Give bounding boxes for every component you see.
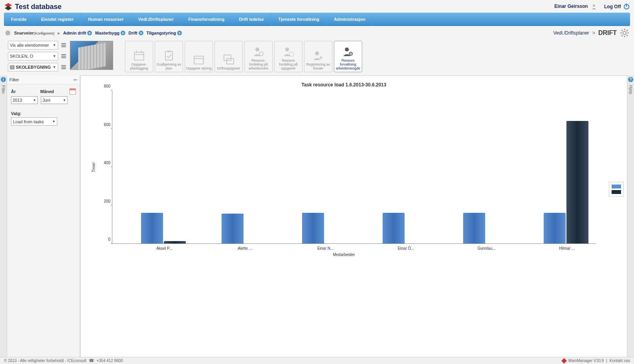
person-gear-icon: [253, 46, 264, 57]
chart-legend: [609, 182, 624, 197]
logoff-button[interactable]: Log Off: [604, 4, 629, 10]
svg-line-8: [6, 31, 7, 32]
footer-copyright: © 2013 - Alle rettigheter forbeholdt - I…: [4, 359, 86, 363]
svg-line-20: [627, 30, 628, 31]
chart-plot: Timer 0200400600800Aksel P...Alette ...E…: [112, 91, 596, 244]
svg-rect-32: [194, 56, 203, 64]
filter-sidebar-tab[interactable]: i Filter: [0, 75, 7, 357]
phone-icon: ☎: [89, 358, 94, 363]
ribbon-ressurs-oppgaver[interactable]: Ressurs fordeling på oppgaver: [274, 41, 302, 72]
svg-line-11: [9, 31, 10, 32]
svg-point-43: [345, 48, 349, 51]
app-title: Test database: [15, 3, 62, 11]
svg-rect-26: [134, 52, 144, 60]
nav-drift[interactable]: Drift ledelse: [232, 13, 271, 26]
ribbon-ressurs-arbeidsordre[interactable]: Ressurs-fordeling på arbeidsordre: [244, 41, 273, 72]
breadcrumb-current: DRIFT: [598, 29, 617, 37]
bar-series1: [463, 213, 485, 243]
user-icon: [591, 4, 597, 10]
shortcut-admin-drift[interactable]: Admin drift▾: [63, 31, 92, 35]
chevron-down-icon: ▾: [139, 31, 143, 35]
ribbon-fravær[interactable]: Registrering av fravær: [304, 41, 332, 72]
ribbon-driftsoppgaver[interactable]: Driftsoppgaver: [214, 41, 243, 72]
nav-vedl[interactable]: Vedl./Driftsplaner: [131, 13, 181, 26]
nav-tjeneste[interactable]: Tjeneste forvaltning: [271, 13, 327, 26]
x-category-label: Einar N...: [298, 246, 353, 251]
footer-logo-icon: [561, 358, 567, 363]
svg-point-37: [259, 52, 263, 56]
svg-point-45: [350, 53, 352, 55]
y-tick-label: 400: [97, 161, 110, 165]
year-select[interactable]: 2013▼: [11, 96, 38, 104]
y-tick-label: 800: [97, 84, 110, 88]
bar-series1: [544, 213, 566, 243]
legend-series1: [612, 185, 621, 188]
chevron-down-icon: ▾: [121, 31, 125, 35]
bar-group: Gunnlau...: [463, 213, 510, 243]
month-select[interactable]: Juni▼: [41, 96, 68, 104]
svg-rect-34: [224, 55, 231, 60]
svg-rect-35: [227, 59, 234, 64]
bar-series1: [222, 214, 244, 243]
shortcut-drift[interactable]: Drift▾: [128, 31, 143, 35]
shortcuts-label: Snarveier: [14, 31, 34, 35]
nav-hr[interactable]: Human ressurser: [81, 13, 131, 26]
user-name[interactable]: Einar Geirsson: [554, 4, 597, 10]
x-category-label: Aksel P...: [137, 246, 192, 251]
ribbon-oppgave-planlegging[interactable]: Oppgave-planlegging: [125, 41, 153, 72]
valg-select[interactable]: Load from tasks▼: [11, 117, 57, 126]
nav-forside[interactable]: Forside: [4, 13, 34, 26]
ribbon-ressurs-arbeidsmengde[interactable]: Ressurs forvaltning arbeidsmengde: [334, 41, 362, 72]
y-tick-label: 0: [97, 237, 110, 241]
school-menu-icon[interactable]: [61, 54, 66, 58]
ribbon-godkjenning[interactable]: Godkjenning av plan: [155, 41, 183, 72]
svg-rect-21: [10, 66, 14, 69]
chevron-down-icon: ▾: [87, 31, 92, 35]
y-axis-label: Timer: [92, 162, 96, 172]
svg-point-40: [315, 51, 319, 55]
chart-container: Task resource load 1.6.2013-30.6.2013 Ti…: [80, 75, 627, 357]
svg-rect-31: [167, 51, 170, 52]
x-category-label: Gunnlau...: [459, 246, 514, 251]
filter-panel: Filter ⇐ År Måned 2013▼ Juni▼ Valg: Load: [7, 75, 80, 357]
ribbon-oppgave-styring[interactable]: Oppgave styring: [185, 41, 213, 72]
svg-marker-1: [5, 6, 12, 10]
bar-series2: [164, 241, 186, 243]
x-category-label: Einar Ó...: [379, 246, 434, 251]
year-label: År: [11, 89, 37, 94]
ribbon-toolbar: Oppgave-planlegging Godkjenning av plan …: [125, 41, 362, 72]
nav-eiendel[interactable]: Eiendel register: [34, 13, 81, 26]
bar-series1: [383, 213, 405, 243]
svg-point-36: [255, 48, 259, 51]
breadcrumb-parent[interactable]: Vedl./Driftsplaner: [553, 30, 589, 36]
footer-sep: |: [606, 359, 607, 363]
footer-contact[interactable]: Kontakt oss: [610, 359, 630, 363]
nav-admin[interactable]: Administrasjon: [327, 13, 373, 26]
building-select[interactable]: SKOLEBYGNING▼: [8, 63, 58, 71]
settings-gear-icon[interactable]: [620, 28, 629, 38]
svg-rect-30: [165, 51, 172, 60]
x-category-label: Hilmar ...: [540, 246, 595, 251]
logo-icon: [4, 2, 13, 11]
x-axis-label: Medarbeider: [84, 252, 603, 257]
property-select[interactable]: Vis alle eiendommer▼: [8, 41, 58, 49]
svg-line-9: [9, 34, 10, 35]
nav-finans[interactable]: Finansforvaltning: [181, 13, 232, 26]
configure-link[interactable]: (Konfigurere): [34, 31, 55, 35]
bar-group: Aksel P...: [141, 213, 188, 243]
school-select[interactable]: SKOLEN, O▼: [8, 52, 58, 60]
property-menu-icon[interactable]: [61, 43, 66, 47]
gear-icon[interactable]: [5, 30, 11, 36]
calendar-picker-icon[interactable]: [70, 88, 76, 95]
clipboard-check-icon: [163, 50, 175, 61]
collapse-filter-icon[interactable]: ⇐: [73, 77, 77, 82]
footer-phone: +354 412 8600: [97, 359, 123, 363]
building-menu-icon[interactable]: [61, 65, 66, 69]
svg-point-12: [623, 31, 626, 35]
person-load-icon: [342, 46, 354, 57]
help-sidebar-tab[interactable]: ? Hjelp: [627, 75, 634, 357]
help-icon: ?: [628, 77, 633, 82]
shortcut-tilgang[interactable]: Tilgangstyring▾: [147, 31, 182, 35]
shortcut-masterbygg[interactable]: Masterbygg▾: [95, 31, 125, 35]
svg-line-17: [621, 30, 623, 31]
